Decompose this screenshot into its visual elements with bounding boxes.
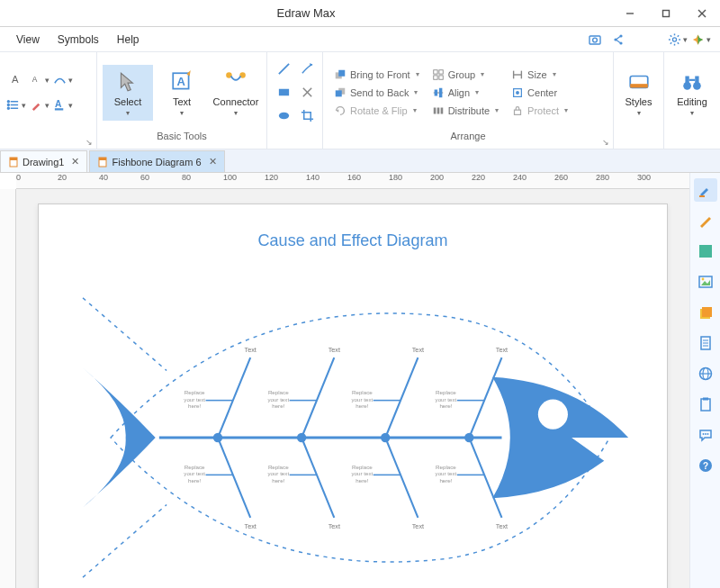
- bone-sub-label[interactable]: here!: [272, 477, 284, 484]
- crop-icon[interactable]: [296, 106, 318, 126]
- minimize-button[interactable]: [612, 0, 648, 27]
- svg-text:Text: Text: [412, 522, 424, 530]
- svg-text:Text: Text: [496, 522, 508, 530]
- menu-view[interactable]: View: [7, 30, 49, 50]
- svg-rect-46: [439, 69, 443, 73]
- line-shape-icon[interactable]: [273, 59, 294, 79]
- svg-rect-65: [685, 76, 688, 84]
- select-tool[interactable]: Select ▾: [103, 65, 153, 121]
- help-icon[interactable]: ?: [694, 454, 717, 477]
- menu-help[interactable]: Help: [108, 30, 148, 50]
- send-to-back-button[interactable]: Send to Back▾: [332, 86, 421, 100]
- tab-close-icon[interactable]: ✕: [209, 156, 217, 167]
- close-button[interactable]: [684, 0, 720, 27]
- share-icon[interactable]: [608, 30, 628, 50]
- editing-label: Editing: [677, 97, 707, 107]
- doc-icon: [8, 157, 19, 167]
- bone-sub-label[interactable]: Replace: [268, 464, 289, 470]
- font-size-icon[interactable]: A: [5, 70, 27, 90]
- comment-icon[interactable]: [694, 423, 717, 447]
- settings-gear-icon[interactable]: ▾: [668, 30, 688, 50]
- size-button[interactable]: Size▾: [509, 68, 570, 82]
- bone-sub-label[interactable]: your text: [436, 396, 457, 403]
- font-dialog-launcher[interactable]: ↘: [86, 138, 93, 147]
- bone-sub-label[interactable]: Replace: [184, 464, 205, 470]
- group-button[interactable]: Group▾: [430, 68, 500, 82]
- bone-sub-label[interactable]: here!: [439, 477, 452, 484]
- fill-swatch-icon[interactable]: [694, 240, 717, 263]
- layers-icon[interactable]: [694, 301, 717, 324]
- bone-sub-label[interactable]: your text: [184, 470, 205, 476]
- svg-line-18: [678, 35, 679, 36]
- maximize-button[interactable]: [648, 0, 684, 27]
- arc-shape-icon[interactable]: [296, 59, 318, 79]
- bone-sub-label[interactable]: your text: [267, 470, 289, 476]
- tab-close-icon[interactable]: ✕: [71, 156, 79, 167]
- group-arrange: Bring to Front▾ Send to Back▾ Rotate & F…: [323, 52, 614, 149]
- clipboard-icon[interactable]: [694, 393, 717, 416]
- line-style-icon[interactable]: ▾: [52, 70, 74, 90]
- globe-icon[interactable]: [694, 362, 717, 385]
- bone-sub-label[interactable]: your text: [351, 470, 373, 476]
- svg-line-86: [385, 438, 418, 518]
- rotate-flip-button[interactable]: Rotate & Flip▾: [332, 104, 421, 118]
- app-logo-icon[interactable]: ▾: [691, 30, 711, 50]
- bone-sub-label[interactable]: your text: [436, 470, 457, 476]
- font-color-icon[interactable]: A▾: [52, 95, 74, 115]
- bone-sub-label[interactable]: your text: [351, 396, 373, 403]
- bone-sub-label[interactable]: Replace: [352, 389, 373, 395]
- editing-button[interactable]: Editing ▾: [670, 65, 715, 121]
- bone-sub-label[interactable]: your text: [184, 396, 205, 403]
- basic-tools-label: Basic Tools: [103, 129, 261, 145]
- bone-sub-label[interactable]: here!: [356, 477, 368, 484]
- image-icon[interactable]: [694, 270, 717, 294]
- bring-to-front-button[interactable]: Bring to Front▾: [332, 68, 421, 82]
- center-button[interactable]: Center: [509, 86, 570, 100]
- svg-rect-52: [433, 107, 436, 113]
- diagram-title[interactable]: Cause and Effect Diagram: [55, 231, 651, 250]
- theme-brush-icon[interactable]: [694, 178, 717, 202]
- bone-sub-label[interactable]: Replace: [436, 464, 456, 470]
- pencil-icon[interactable]: [694, 209, 717, 232]
- ellipse-shape-icon[interactable]: [273, 106, 294, 126]
- styles-button[interactable]: Styles ▾: [619, 65, 658, 121]
- paint-icon[interactable]: ▾: [29, 95, 50, 115]
- bone-sub-label[interactable]: Replace: [268, 389, 289, 395]
- svg-rect-48: [439, 75, 443, 78]
- svg-rect-1: [663, 10, 670, 16]
- ruler-tick: 140: [306, 173, 320, 182]
- bone-sub-label[interactable]: here!: [188, 477, 201, 484]
- bone-sub-label[interactable]: here!: [356, 403, 368, 409]
- svg-rect-66: [695, 76, 698, 84]
- menu-symbols[interactable]: Symbols: [49, 30, 108, 50]
- bone-sub-label[interactable]: Replace: [436, 389, 456, 395]
- bone-sub-label[interactable]: Replace: [352, 464, 373, 470]
- bone-sub-label[interactable]: here!: [439, 403, 452, 409]
- document-icon[interactable]: [694, 331, 717, 355]
- svg-point-25: [7, 101, 9, 103]
- tab-fishbone[interactable]: Fishbone Diagram 6 ✕: [89, 150, 224, 172]
- svg-point-120: [702, 433, 704, 435]
- bone-sub-label[interactable]: here!: [188, 403, 201, 409]
- bone-sub-label[interactable]: Replace: [184, 389, 205, 395]
- tab-drawing1[interactable]: Drawing1 ✕: [0, 150, 87, 172]
- arrange-dialog-launcher[interactable]: ↘: [602, 138, 609, 147]
- connector-tool[interactable]: Connector ▾: [211, 65, 261, 121]
- fishbone-diagram[interactable]: Text Text Text Text Text Text Text Text …: [55, 276, 651, 588]
- svg-point-27: [7, 107, 9, 109]
- svg-rect-4: [590, 36, 600, 44]
- close-shape-icon[interactable]: [296, 83, 318, 103]
- bone-sub-label[interactable]: your text: [267, 396, 289, 403]
- decrease-font-icon[interactable]: A▾: [29, 70, 50, 90]
- protect-button[interactable]: Protect▾: [509, 104, 570, 118]
- list-icon[interactable]: ▾: [5, 95, 27, 115]
- align-button[interactable]: Align▾: [430, 86, 500, 100]
- canvas[interactable]: Cause and Effect Diagram: [16, 189, 689, 588]
- distribute-button[interactable]: Distribute▾: [430, 104, 500, 118]
- text-tool[interactable]: A Text ▾: [157, 65, 207, 121]
- bone-sub-label[interactable]: here!: [272, 403, 284, 409]
- menubar: View Symbols Help ▾ ▾: [0, 27, 720, 52]
- screenshot-icon[interactable]: [585, 30, 605, 50]
- ruler-tick: 0: [16, 173, 21, 182]
- rect-shape-icon[interactable]: [273, 83, 294, 103]
